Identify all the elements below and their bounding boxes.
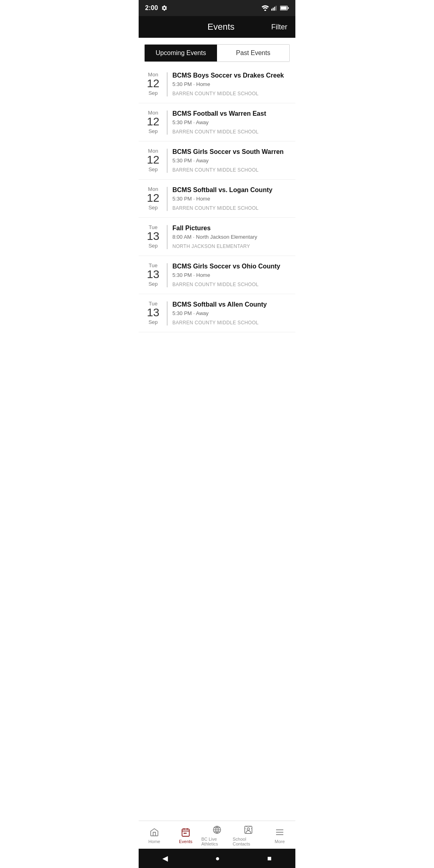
- tab-past[interactable]: Past Events: [217, 45, 289, 61]
- event-school: BARREN COUNTY MIDDLE SCHOOL: [172, 167, 290, 173]
- event-month: Sep: [148, 166, 158, 172]
- event-info: BCMS Softball vs Allen County 5:30 PM · …: [172, 301, 290, 326]
- event-date: Mon 12 Sep: [144, 110, 162, 134]
- tab-switcher: Upcoming Events Past Events: [144, 44, 290, 62]
- event-day-num: 13: [147, 230, 159, 243]
- event-date: Tue 13 Sep: [144, 224, 162, 249]
- svg-rect-4: [276, 6, 276, 10]
- event-day-name: Mon: [148, 148, 158, 154]
- event-day-name: Mon: [148, 110, 158, 116]
- status-time: 2:00: [145, 4, 158, 12]
- event-title: BCMS Softball vs Allen County: [172, 301, 290, 309]
- svg-rect-6: [280, 6, 287, 10]
- filter-button[interactable]: Filter: [271, 23, 287, 31]
- event-date: Tue 13 Sep: [144, 301, 162, 325]
- event-day-num: 12: [147, 154, 159, 166]
- page-title: Events: [171, 22, 271, 32]
- events-list: Mon 12 Sep BCMS Boys Soccer vs Drakes Cr…: [139, 65, 295, 377]
- event-date: Mon 12 Sep: [144, 72, 162, 96]
- svg-rect-3: [274, 7, 275, 11]
- svg-rect-7: [288, 7, 289, 9]
- event-school: BARREN COUNTY MIDDLE SCHOOL: [172, 91, 290, 96]
- event-item[interactable]: Tue 13 Sep BCMS Softball vs Allen County…: [139, 294, 295, 332]
- event-time-location: 5:30 PM · Home: [172, 196, 290, 202]
- svg-point-0: [264, 10, 266, 11]
- event-day-num: 12: [147, 116, 159, 128]
- event-school: NORTH JACKSON ELEMENTARY: [172, 244, 290, 249]
- event-day-num: 12: [147, 78, 159, 90]
- status-bar: 2:00: [139, 0, 295, 16]
- event-title: BCMS Girls Soccer vs Ohio County: [172, 262, 290, 271]
- event-day-num: 13: [147, 307, 159, 319]
- event-day-name: Tue: [149, 224, 158, 230]
- event-info: Fall Pictures 8:00 AM · North Jackson El…: [172, 224, 290, 249]
- event-item[interactable]: Mon 12 Sep BCMS Boys Soccer vs Drakes Cr…: [139, 65, 295, 103]
- event-time-location: 5:30 PM · Away: [172, 119, 290, 125]
- event-item[interactable]: Tue 13 Sep Fall Pictures 8:00 AM · North…: [139, 218, 295, 256]
- event-divider: [167, 225, 168, 249]
- event-divider: [167, 111, 168, 135]
- event-time-location: 5:30 PM · Away: [172, 310, 290, 316]
- event-month: Sep: [148, 90, 158, 96]
- event-info: BCMS Football vs Warren East 5:30 PM · A…: [172, 110, 290, 135]
- event-school: BARREN COUNTY MIDDLE SCHOOL: [172, 320, 290, 326]
- event-title: BCMS Boys Soccer vs Drakes Creek: [172, 72, 290, 80]
- gear-icon: [161, 5, 168, 11]
- event-school: BARREN COUNTY MIDDLE SCHOOL: [172, 205, 290, 211]
- event-time-location: 5:30 PM · Away: [172, 158, 290, 164]
- event-divider: [167, 263, 168, 287]
- event-day-name: Tue: [149, 301, 158, 307]
- battery-icon: [280, 6, 289, 10]
- signal-icon: [271, 5, 278, 11]
- event-day-num: 13: [147, 268, 159, 281]
- event-time-location: 5:30 PM · Home: [172, 272, 290, 278]
- event-info: BCMS Girls Soccer vs Ohio County 5:30 PM…: [172, 262, 290, 287]
- event-item[interactable]: Mon 12 Sep BCMS Girls Soccer vs South Wa…: [139, 141, 295, 180]
- event-item[interactable]: Mon 12 Sep BCMS Football vs Warren East …: [139, 103, 295, 141]
- event-date: Mon 12 Sep: [144, 186, 162, 211]
- event-day-name: Mon: [148, 72, 158, 78]
- event-divider: [167, 149, 168, 173]
- wifi-icon: [262, 5, 269, 11]
- event-day-name: Mon: [148, 186, 158, 192]
- event-school: BARREN COUNTY MIDDLE SCHOOL: [172, 129, 290, 135]
- event-info: BCMS Boys Soccer vs Drakes Creek 5:30 PM…: [172, 72, 290, 96]
- event-month: Sep: [148, 128, 158, 134]
- event-item[interactable]: Tue 13 Sep BCMS Girls Soccer vs Ohio Cou…: [139, 256, 295, 294]
- event-divider: [167, 187, 168, 211]
- event-school: BARREN COUNTY MIDDLE SCHOOL: [172, 282, 290, 287]
- svg-rect-1: [271, 9, 272, 11]
- event-title: BCMS Girls Soccer vs South Warren: [172, 148, 290, 156]
- status-icons: [262, 5, 289, 11]
- event-month: Sep: [148, 205, 158, 211]
- event-month: Sep: [148, 243, 158, 249]
- event-day-num: 12: [147, 192, 159, 205]
- event-date: Mon 12 Sep: [144, 148, 162, 172]
- tab-upcoming[interactable]: Upcoming Events: [145, 45, 217, 61]
- event-info: BCMS Girls Soccer vs South Warren 5:30 P…: [172, 148, 290, 173]
- event-divider: [167, 301, 168, 326]
- event-item[interactable]: Mon 12 Sep BCMS Softball vs. Logan Count…: [139, 180, 295, 218]
- event-month: Sep: [148, 319, 158, 325]
- event-time-location: 8:00 AM · North Jackson Elementary: [172, 234, 290, 240]
- svg-rect-2: [273, 8, 274, 10]
- event-month: Sep: [148, 281, 158, 287]
- event-title: BCMS Football vs Warren East: [172, 110, 290, 118]
- event-time-location: 5:30 PM · Home: [172, 81, 290, 87]
- event-title: BCMS Softball vs. Logan County: [172, 186, 290, 194]
- event-info: BCMS Softball vs. Logan County 5:30 PM ·…: [172, 186, 290, 211]
- event-title: Fall Pictures: [172, 224, 290, 233]
- event-day-name: Tue: [149, 262, 158, 268]
- event-date: Tue 13 Sep: [144, 262, 162, 287]
- app-header: Events Filter: [139, 16, 295, 38]
- event-divider: [167, 72, 168, 96]
